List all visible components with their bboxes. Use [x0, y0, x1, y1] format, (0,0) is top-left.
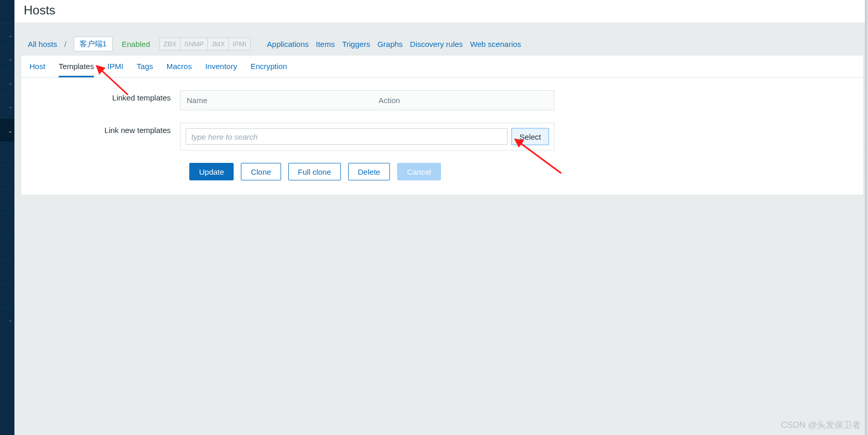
protocol-group: ZBX SNMP JMX IPMI — [159, 38, 251, 51]
sidebar-item-9[interactable] — [0, 213, 14, 237]
sidebar-item-12[interactable] — [0, 285, 14, 308]
sidebar-item-7[interactable] — [0, 166, 14, 189]
nav-triggers[interactable]: Triggers — [342, 40, 370, 48]
sidebar-item-11[interactable] — [0, 261, 14, 284]
tabs: Host Templates IPMI Tags Macros Inventor… — [21, 56, 864, 78]
tab-templates[interactable]: Templates — [59, 56, 94, 77]
left-sidebar: ⌄ ⌄ ⌄ ⌄ ⌃ ⌄ — [0, 0, 14, 435]
sidebar-item-3[interactable]: ⌄ — [0, 71, 14, 94]
sidebar-item-8[interactable] — [0, 190, 14, 213]
full-clone-button[interactable]: Full clone — [288, 163, 341, 180]
sidebar-item-1[interactable]: ⌄ — [0, 24, 14, 47]
sidebar-item-6[interactable] — [0, 142, 14, 165]
update-button[interactable]: Update — [189, 163, 234, 180]
tab-encryption[interactable]: Encryption — [251, 56, 287, 77]
breadcrumb-host[interactable]: 客户端1 — [74, 37, 112, 52]
tab-inventory[interactable]: Inventory — [205, 56, 237, 77]
clone-button[interactable]: Clone — [241, 163, 281, 180]
page-title: Hosts — [24, 3, 859, 18]
sidebar-item-4[interactable]: ⌄ — [0, 95, 14, 118]
form-area: Linked templates Name Action Link new te… — [21, 78, 864, 195]
cancel-button[interactable]: Cancel — [397, 163, 441, 180]
sidebar-item-13[interactable]: ⌄ — [0, 308, 14, 331]
host-status-enabled: Enabled — [122, 40, 150, 48]
tab-ipmi[interactable]: IPMI — [107, 56, 123, 77]
tab-macros[interactable]: Macros — [167, 56, 192, 77]
nav-graphs[interactable]: Graphs — [378, 40, 403, 48]
main-content: Hosts All hosts / 客户端1 Enabled ZBX SNMP … — [14, 0, 868, 435]
linked-col-name: Name — [181, 91, 372, 110]
breadcrumb-all-hosts[interactable]: All hosts — [28, 40, 57, 48]
sidebar-item-0[interactable] — [0, 0, 14, 23]
nav-discovery-rules[interactable]: Discovery rules — [410, 40, 463, 48]
link-new-templates-box: Select — [180, 123, 554, 150]
proto-snmp[interactable]: SNMP — [181, 38, 208, 50]
breadcrumb-slash: / — [64, 40, 67, 48]
sidebar-item-2[interactable]: ⌄ — [0, 47, 14, 71]
proto-zbx[interactable]: ZBX — [160, 38, 181, 50]
sidebar-item-selected[interactable]: ⌃ — [0, 119, 14, 142]
watermark: CSDN @头发保卫者 — [781, 419, 861, 431]
nav-applications[interactable]: Applications — [267, 40, 309, 48]
action-button-row: Update Clone Full clone Delete Cancel — [189, 163, 855, 180]
tab-tags[interactable]: Tags — [137, 56, 153, 77]
nav-items[interactable]: Items — [316, 40, 335, 48]
proto-jmx[interactable]: JMX — [208, 38, 229, 50]
link-new-templates-label: Link new templates — [29, 123, 180, 135]
linked-col-action: Action — [372, 91, 554, 110]
template-search-input[interactable] — [186, 128, 507, 145]
select-button[interactable]: Select — [512, 128, 549, 145]
right-scroll-edge — [865, 0, 868, 435]
delete-button[interactable]: Delete — [348, 163, 390, 180]
page-header: Hosts — [14, 0, 868, 23]
breadcrumb-row: All hosts / 客户端1 Enabled ZBX SNMP JMX IP… — [21, 30, 864, 56]
linked-templates-table: Name Action — [180, 90, 554, 110]
linked-templates-label: Linked templates — [29, 90, 180, 102]
tab-host[interactable]: Host — [29, 56, 45, 77]
nav-web-scenarios[interactable]: Web scenarios — [470, 40, 521, 48]
sidebar-item-10[interactable] — [0, 237, 14, 260]
proto-ipmi[interactable]: IPMI — [229, 38, 250, 50]
